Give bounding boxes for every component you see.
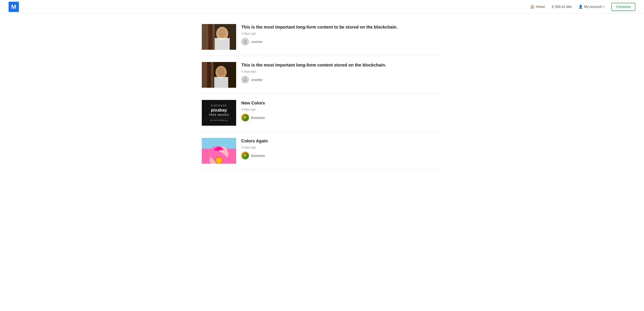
account-link[interactable]: 👤 My Account ▾ xyxy=(578,5,604,9)
article-title: New Colors xyxy=(241,100,442,106)
article-title: This is the most important long-form con… xyxy=(241,24,442,30)
article-title: This is the most important long-form con… xyxy=(241,62,442,68)
svg-point-5 xyxy=(218,28,226,38)
article-item[interactable]: This is the most important long-form con… xyxy=(202,56,442,94)
user-icon: 👤 xyxy=(578,5,583,9)
svg-point-12 xyxy=(218,67,224,76)
author-name: unwriter xyxy=(251,78,262,81)
svg-point-15 xyxy=(244,116,245,118)
article-thumbnail xyxy=(202,138,236,164)
article-thumbnail: DISCOVER pixabay FREE IMAGES NO HOTLINKI… xyxy=(202,100,236,126)
author-avatar xyxy=(241,76,249,83)
pixabay-tagline: FREE IMAGES xyxy=(209,113,229,116)
article-item[interactable]: Colors Again 5 days ago Breezeee xyxy=(202,132,442,170)
svg-rect-11 xyxy=(214,77,228,88)
home-icon: 🏠 xyxy=(530,5,534,9)
article-author[interactable]: Breezeee xyxy=(241,152,442,159)
article-content: This is the most important long-form con… xyxy=(241,24,442,45)
svg-point-26 xyxy=(216,157,222,163)
home-link[interactable]: 🏠 Home xyxy=(530,5,545,9)
dropdown-icon: ▾ xyxy=(603,5,604,8)
author-avatar xyxy=(241,152,249,159)
svg-point-30 xyxy=(244,156,246,157)
article-author[interactable]: unwriter xyxy=(241,76,442,83)
author-name: Breezeee xyxy=(251,154,265,157)
article-timestamp: 5 days ago xyxy=(241,146,442,149)
pixabay-hotlink: NO HOTLINKING ▲ xyxy=(204,118,234,121)
svg-point-29 xyxy=(245,154,247,156)
svg-point-17 xyxy=(244,118,246,119)
home-label: Home xyxy=(536,5,545,9)
author-name: unwriter xyxy=(251,40,262,43)
article-timestamp: 5 days ago xyxy=(241,108,442,111)
article-timestamp: 4 days ago xyxy=(241,32,442,35)
pixabay-brand: pixabay xyxy=(211,108,227,113)
article-content: New Colors 5 days ago Breezeee xyxy=(241,100,442,121)
header: M 🏠 Home ₿ 359.41 bits 👤 My Account ▾ Co… xyxy=(0,0,644,14)
header-nav: 🏠 Home ₿ 359.41 bits 👤 My Account ▾ Comp… xyxy=(530,3,636,11)
article-timestamp: 4 days ago xyxy=(241,70,442,73)
author-name: Breezeee xyxy=(251,116,265,119)
bits-link[interactable]: ₿ 359.41 bits xyxy=(552,5,572,9)
svg-rect-9 xyxy=(207,62,211,88)
article-item[interactable]: DISCOVER pixabay FREE IMAGES NO HOTLINKI… xyxy=(202,94,442,132)
article-item[interactable]: This is the most important long-form con… xyxy=(202,18,442,56)
account-label: My Account xyxy=(584,5,602,9)
svg-point-6 xyxy=(244,40,246,42)
logo-letter: M xyxy=(11,3,16,10)
svg-point-28 xyxy=(244,154,245,156)
author-avatar xyxy=(241,38,249,45)
article-thumbnail xyxy=(202,24,236,50)
bits-value: 359.41 bits xyxy=(555,5,572,9)
article-thumbnail xyxy=(202,62,236,88)
article-title: Colors Again xyxy=(241,138,442,144)
main-content: This is the most important long-form con… xyxy=(193,14,451,174)
article-content: This is the most important long-form con… xyxy=(241,62,442,83)
svg-point-16 xyxy=(245,116,247,118)
article-author[interactable]: unwriter xyxy=(241,38,442,45)
pixabay-discover: DISCOVER xyxy=(211,104,227,107)
svg-point-13 xyxy=(244,78,246,80)
article-list: This is the most important long-form con… xyxy=(202,18,442,170)
compose-label: Compose xyxy=(616,5,631,8)
article-author[interactable]: Breezeee xyxy=(241,114,442,121)
author-avatar xyxy=(241,114,249,121)
bitcoin-icon: ₿ xyxy=(552,5,554,9)
compose-button[interactable]: Compose xyxy=(611,3,636,11)
svg-rect-4 xyxy=(215,38,230,50)
logo[interactable]: M xyxy=(8,2,19,12)
svg-rect-2 xyxy=(208,24,212,50)
article-content: Colors Again 5 days ago Breezeee xyxy=(241,138,442,159)
